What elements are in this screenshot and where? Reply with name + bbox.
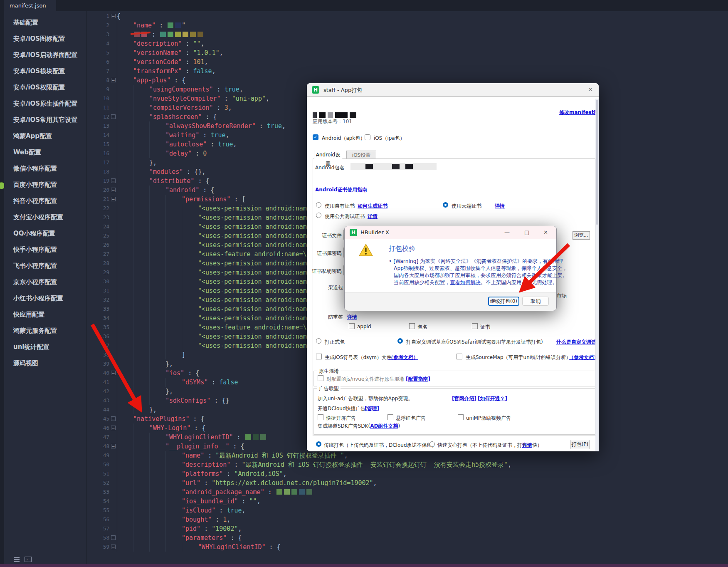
sidebar-item[interactable]: uni统计配置 — [4, 339, 86, 355]
browse-button[interactable]: 浏览... — [573, 231, 590, 240]
code-line[interactable]: 22"<uses-permission android:name — [86, 204, 311, 213]
code-line[interactable]: 38] — [86, 350, 185, 359]
code-line[interactable]: 37"<uses-permission android:name — [86, 341, 311, 350]
code-line[interactable]: 55"isCloud" : true, — [86, 506, 246, 515]
code-line[interactable]: 2"name" : " — [86, 21, 185, 30]
maximize-icon[interactable]: □ — [524, 229, 529, 235]
public-cert-radio[interactable] — [316, 213, 321, 218]
code-line[interactable]: 59–"WHYLoginClientID" : { — [86, 542, 281, 552]
code-line[interactable]: 4"description" : "", — [86, 39, 205, 48]
fold-icon[interactable]: – — [111, 78, 116, 82]
close-icon[interactable]: ✕ — [588, 86, 593, 93]
code-line[interactable]: 42}, — [86, 387, 173, 396]
sourcemap-checkbox[interactable] — [457, 354, 462, 359]
sidebar-item[interactable]: QQ小程序配置 — [4, 225, 86, 242]
fold-icon[interactable]: – — [111, 197, 116, 201]
code-line[interactable]: 26"<uses-permission android:name — [86, 240, 311, 250]
fold-icon[interactable]: – — [111, 444, 116, 448]
code-line[interactable]: 21–"permissions" : [ — [86, 195, 246, 204]
code-line[interactable]: 41"dSYMs" : false — [86, 378, 238, 387]
ios-ipa-checkbox[interactable] — [365, 134, 370, 140]
code-line[interactable]: 54"ios_bundle_id" : "", — [86, 497, 261, 506]
tab-manifest-json[interactable]: manifest.json — [4, 0, 56, 11]
tab-ios-settings[interactable]: iOS设置 — [346, 151, 376, 159]
code-line[interactable]: 49"name" : "最新Android 和 iOS 钉钉授权登录插件 ", — [86, 451, 348, 460]
sidebar-item[interactable]: 源码视图 — [4, 355, 86, 371]
code-line[interactable]: 15"autoclose" : true, — [86, 140, 237, 149]
sidebar-item[interactable]: 快手小程序配置 — [4, 242, 86, 258]
own-cert-radio[interactable] — [316, 202, 321, 208]
dialog-scrollbar-thumb[interactable] — [596, 100, 598, 225]
sidebar-item[interactable]: 安卓/iOS权限配置 — [4, 79, 86, 96]
code-line[interactable]: 51"platforms" : "Android,iOS", — [86, 469, 287, 478]
sidebar-item[interactable]: 基础配置 — [4, 15, 86, 31]
code-line[interactable]: 28"<uses-permission android:name — [86, 259, 311, 268]
code-line[interactable]: 57"pid" : "19002", — [86, 524, 242, 533]
release-package-radio[interactable] — [316, 338, 321, 344]
how-to-fix-link[interactable]: 查看如何解决 — [450, 280, 481, 285]
obfuscation-checkbox[interactable] — [318, 375, 323, 381]
fold-icon[interactable]: – — [111, 371, 116, 375]
cancel-button[interactable]: 取消 — [522, 297, 549, 306]
fast-package-radio[interactable] — [429, 441, 435, 447]
code-line[interactable]: 50"description" : "最新Android 和 iOS 钉钉授权登… — [86, 460, 511, 469]
custom-base-help-link[interactable]: 什么是自定义调试基座？ — [556, 339, 595, 346]
sidebar-item[interactable]: 百度小程序配置 — [4, 177, 86, 193]
ad-option-checkbox[interactable] — [387, 414, 393, 420]
fold-icon[interactable]: – — [111, 188, 116, 192]
code-line[interactable]: 17}, — [86, 158, 157, 167]
sourcemap-doc-link[interactable]: （参考文档） — [569, 354, 595, 361]
android-apk-checkbox[interactable]: ✓ — [313, 134, 318, 140]
code-line[interactable]: 5"versionName" : "1.0.1", — [86, 48, 223, 57]
custom-base-radio[interactable] — [397, 338, 403, 344]
ad-component-doc-link[interactable]: AD组件文档 — [370, 423, 398, 429]
code-line[interactable]: 44}, — [86, 405, 157, 414]
obfuscation-guide-link[interactable]: [配置指南] — [406, 376, 430, 383]
fast-package-detail-link[interactable]: 详情 — [522, 442, 532, 449]
sidebar-item[interactable]: 飞书小程序配置 — [4, 258, 86, 274]
minimize-icon[interactable]: — — [504, 229, 510, 235]
sidebar-item[interactable]: 安卓/iOS启动界面配置 — [4, 47, 86, 63]
code-line[interactable]: 14"waiting" : true, — [86, 131, 230, 140]
resign-option-checkbox[interactable] — [472, 323, 478, 329]
cert-guide-link[interactable]: Android证书使用指南 — [315, 186, 367, 193]
code-line[interactable]: 19–"distribute" : { — [86, 176, 210, 186]
sidebar-item[interactable]: 支付宝小程序配置 — [4, 209, 86, 225]
sidebar-item[interactable]: Web配置 — [4, 144, 86, 161]
code-line[interactable]: 16"delay" : 0 — [86, 149, 207, 158]
sidebar-item[interactable]: 安卓/iOS常用其它设置 — [4, 112, 86, 128]
sidebar-item[interactable]: 安卓/iOS模块配置 — [4, 63, 86, 79]
modify-manifest-link[interactable]: 修改manifest配置 — [559, 109, 595, 116]
sidebar-item[interactable]: 安卓/iOS图标配置 — [4, 31, 86, 47]
sidebar-item[interactable]: 微信小程序配置 — [4, 161, 86, 177]
code-line[interactable]: 33"<uses-permission android:name — [86, 305, 311, 314]
fold-icon[interactable]: – — [111, 545, 116, 549]
tab-android-settings[interactable]: Android设置 — [314, 150, 342, 159]
code-line[interactable]: 35"<uses-feature android:name=\" — [86, 323, 311, 332]
code-line[interactable]: 34"<uses-permission android:name — [86, 314, 311, 323]
fold-icon[interactable]: – — [111, 426, 116, 430]
code-line[interactable]: 18"modules" : {}, — [86, 167, 205, 176]
sidebar-item[interactable]: 安卓/iOS原生插件配置 — [4, 96, 86, 112]
fold-icon[interactable]: – — [111, 178, 116, 183]
ad-howto-link[interactable]: [如何开通？] — [478, 395, 507, 402]
sidebar-item[interactable]: 鸿蒙App配置 — [4, 128, 86, 144]
traditional-package-radio[interactable] — [316, 441, 321, 447]
anti-resign-detail-link[interactable]: 详情 — [347, 314, 357, 321]
sidebar-item[interactable]: 抖音小程序配置 — [4, 193, 86, 209]
fold-icon[interactable]: – — [111, 416, 116, 421]
code-line[interactable]: 13"alwaysShowBeforeRender" : true, — [86, 121, 286, 131]
code-line[interactable]: 31"<uses-permission android:name — [86, 286, 311, 295]
code-line[interactable]: 3 : — [86, 30, 204, 39]
ad-option-checkbox[interactable] — [318, 414, 323, 420]
code-line[interactable]: 11"compilerVersion" : 3, — [86, 103, 232, 112]
resign-option-checkbox[interactable] — [349, 323, 355, 329]
package-button[interactable]: 打包(P) — [570, 440, 590, 449]
fold-icon[interactable]: – — [111, 14, 116, 18]
outline-list-icon[interactable] — [14, 557, 21, 562]
dsym-doc-link[interactable]: （参考文档） — [388, 354, 418, 361]
gen-cert-link[interactable]: 如何生成证书 — [358, 203, 387, 210]
code-line[interactable]: 58–"parameters" : { — [86, 533, 242, 542]
sidebar-item[interactable]: 鸿蒙元服务配置 — [4, 323, 86, 339]
console-icon[interactable]: ›_ — [25, 557, 32, 562]
